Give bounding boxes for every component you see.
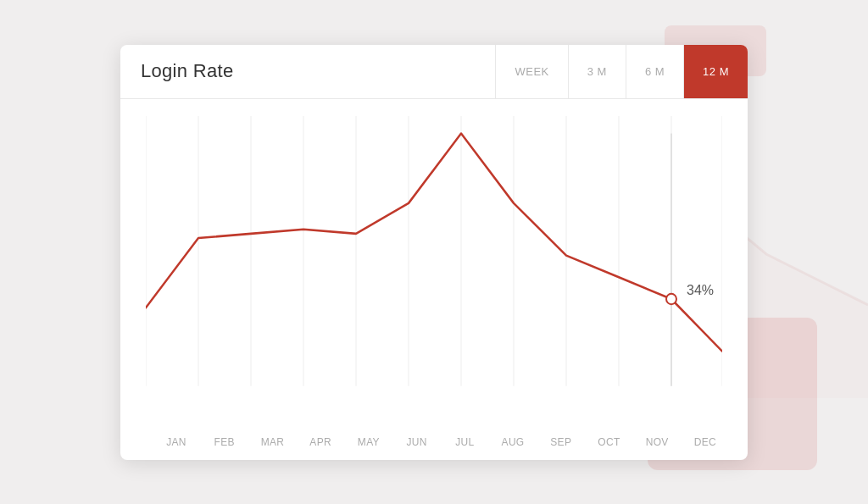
x-label-apr: APR (303, 436, 337, 448)
x-label-jan: JAN (159, 436, 193, 448)
x-label-jun: JUN (400, 436, 434, 448)
filter-12m-button[interactable]: 12 M (684, 45, 748, 98)
chart-line (146, 133, 722, 351)
filter-3m-button[interactable]: 3 M (569, 45, 626, 98)
tooltip-label: 34% (687, 281, 714, 296)
x-label-nov: NOV (640, 436, 674, 448)
card-header: Login Rate WEEK 3 M 6 M 12 M (120, 45, 748, 99)
login-rate-card: Login Rate WEEK 3 M 6 M 12 M (120, 45, 748, 460)
tooltip-dot (666, 293, 676, 303)
x-label-sep: SEP (544, 436, 578, 448)
chart-area: 34% (120, 99, 748, 429)
x-label-mar: MAR (255, 436, 289, 448)
x-label-dec: DEC (688, 436, 722, 448)
x-label-aug: AUG (496, 436, 530, 448)
line-chart-svg: 34% (146, 116, 722, 421)
filter-6m-button[interactable]: 6 M (626, 45, 684, 98)
x-label-oct: OCT (592, 436, 626, 448)
time-filter-group: WEEK 3 M 6 M 12 M (495, 45, 748, 98)
x-label-feb: FEB (208, 436, 242, 448)
x-label-jul: JUL (448, 436, 481, 448)
x-axis-labels: JAN FEB MAR APR MAY JUN JUL AUG SEP OCT … (120, 429, 748, 460)
x-label-may: MAY (352, 436, 386, 448)
card-title: Login Rate (120, 45, 495, 98)
filter-week-button[interactable]: WEEK (496, 45, 568, 98)
